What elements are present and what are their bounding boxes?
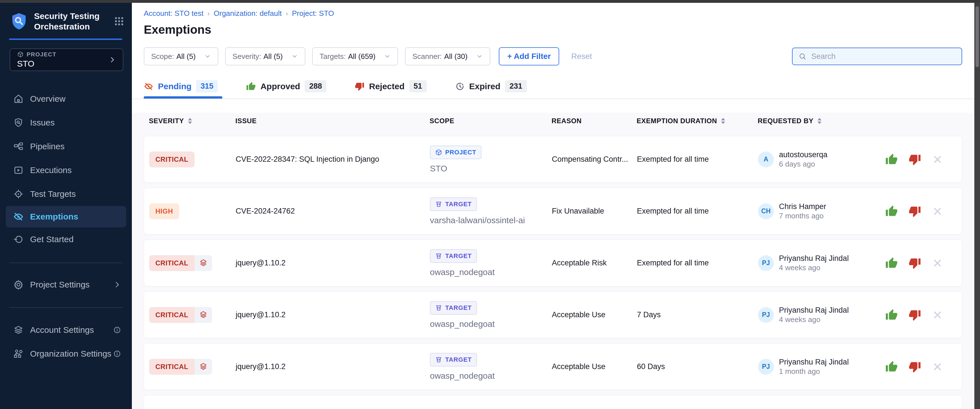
- table-row[interactable]: CRITICAL jquery@1.10.2: [144, 292, 962, 338]
- add-filter-button[interactable]: + Add Filter: [499, 47, 560, 65]
- sidebar-item-test-targets[interactable]: Test Targets: [0, 182, 132, 206]
- project-name: STO: [17, 59, 56, 68]
- row-actions: [881, 257, 957, 269]
- breadcrumb-project-link[interactable]: Project: STO: [292, 9, 334, 18]
- table-row[interactable]: CRITICAL CVE-2022-28347: SQL Injection i…: [144, 136, 962, 183]
- sidebar-item-exemptions[interactable]: Exemptions: [6, 206, 126, 227]
- scope-cell: TARGET owasp_nodegoat: [430, 249, 552, 277]
- info-icon[interactable]: [113, 350, 121, 358]
- sidebar-item-account-settings[interactable]: Account Settings: [0, 318, 132, 342]
- approve-button[interactable]: [885, 309, 898, 321]
- search-box[interactable]: [792, 48, 962, 65]
- tab-rejected[interactable]: Rejected 51: [355, 80, 431, 98]
- close-icon: [932, 257, 943, 269]
- approve-button[interactable]: [885, 153, 898, 166]
- scope-cell: TARGET varsha-lalwani/ossintel-ai: [430, 197, 552, 225]
- reject-button[interactable]: [908, 309, 921, 321]
- reason-cell: Acceptable Use: [552, 311, 637, 319]
- sidebar-item-project-settings[interactable]: Project Settings: [0, 273, 132, 296]
- sidebar-item-overview[interactable]: Overview: [0, 87, 132, 111]
- severity-badge: CRITICAL: [149, 307, 212, 323]
- reject-button[interactable]: [908, 153, 921, 166]
- close-icon: [932, 154, 943, 165]
- duration-cell: Exempted for all time: [637, 258, 758, 267]
- reset-filters-button[interactable]: Reset: [571, 52, 592, 61]
- scrollbar-thumb[interactable]: [975, 6, 979, 67]
- thumb-up-icon: [885, 309, 898, 321]
- row-actions: [881, 361, 957, 373]
- requested-by-cell: PJ Priyanshu Raj Jindal 4 weeks ago: [758, 254, 881, 273]
- pipelines-icon: [13, 141, 24, 152]
- app-switcher-grid-icon[interactable]: [114, 16, 124, 27]
- table-row[interactable]: HIGH CVE-2024-24762: [144, 188, 962, 235]
- page-title: Exemptions: [144, 23, 962, 36]
- scope-type-badge: TARGET: [430, 197, 477, 211]
- home-icon: [13, 94, 24, 104]
- tab-pending[interactable]: Pending 315: [144, 80, 222, 98]
- chevron-down-icon: [204, 53, 211, 60]
- tab-expired[interactable]: Expired 231: [455, 80, 531, 98]
- cancel-button[interactable]: [932, 309, 943, 321]
- approve-button[interactable]: [885, 361, 898, 373]
- reject-button[interactable]: [908, 361, 921, 373]
- column-header-exemption-duration[interactable]: EXEMPTION DURATION: [636, 117, 758, 125]
- get-started-icon: [13, 234, 24, 245]
- close-icon: [932, 309, 943, 321]
- sidebar-item-executions[interactable]: Executions: [0, 159, 132, 182]
- breadcrumb-account-link[interactable]: Account: STO test: [144, 9, 204, 18]
- sort-icon: [721, 118, 725, 124]
- issue-cell: CVE-2024-24762: [235, 207, 430, 216]
- cancel-button[interactable]: [932, 206, 943, 217]
- thumb-down-icon: [355, 82, 364, 91]
- scope-filter-dropdown[interactable]: Scope: All (5): [144, 47, 218, 65]
- sidebar-item-get-started[interactable]: Get Started: [0, 227, 132, 251]
- clock-icon: [455, 82, 465, 91]
- next-row-partial: [144, 395, 962, 409]
- org-hierarchy-gear-icon: [13, 349, 24, 359]
- info-icon[interactable]: [113, 326, 121, 334]
- target-container-icon: [435, 356, 442, 363]
- sto-shield-logo-icon: [10, 12, 29, 30]
- search-input[interactable]: [811, 52, 956, 61]
- reason-cell: Acceptable Risk: [552, 258, 637, 267]
- table-header-row: SEVERITY ISSUE SCOPE REASON EXEMPTION DU…: [144, 113, 962, 129]
- vertical-scrollbar[interactable]: [974, 3, 980, 409]
- chevron-separator: ›: [286, 10, 288, 17]
- column-header-requested-by[interactable]: REQUESTED BY: [758, 117, 880, 125]
- breadcrumb-organization-link[interactable]: Organization: default: [214, 9, 282, 18]
- issue-cell: jquery@1.10.2: [235, 311, 430, 319]
- target-container-icon: [435, 201, 442, 208]
- tab-approved[interactable]: Approved 288: [246, 80, 331, 98]
- scope-cell: TARGET owasp_nodegoat: [430, 301, 552, 329]
- cancel-button[interactable]: [932, 257, 943, 269]
- approve-button[interactable]: [885, 205, 898, 217]
- scanner-filter-dropdown[interactable]: Scanner: All (30): [405, 47, 490, 65]
- status-tabs: Pending 315 Approved 288 Rejected 51: [144, 80, 962, 98]
- duration-cell: Exempted for all time: [637, 155, 758, 164]
- cancel-button[interactable]: [932, 154, 943, 165]
- reject-button[interactable]: [908, 257, 921, 269]
- reject-button[interactable]: [908, 205, 921, 217]
- reason-cell: Fix Unavailable: [552, 207, 637, 216]
- sidebar-item-issues[interactable]: Issues: [0, 111, 132, 135]
- sidebar-item-pipelines[interactable]: Pipelines: [0, 135, 132, 159]
- severity-filter-dropdown[interactable]: Severity: All (5): [225, 47, 305, 65]
- table-row[interactable]: CRITICAL jquery@1.10.2: [144, 239, 962, 286]
- cancel-button[interactable]: [932, 361, 943, 373]
- target-crosshair-icon: [13, 189, 24, 200]
- scope-name: owasp_nodegoat: [430, 319, 495, 329]
- requested-by-cell: PJ Priyanshu Raj Jindal 1 month ago: [758, 357, 881, 376]
- target-container-icon: [435, 304, 442, 312]
- sidebar-item-organization-settings[interactable]: Organization Settings: [0, 342, 132, 366]
- issue-cell: jquery@1.10.2: [235, 258, 430, 267]
- targets-filter-dropdown[interactable]: Targets: All (659): [312, 47, 398, 65]
- search-icon: [798, 52, 807, 60]
- requester-name: Priyanshu Raj Jindal: [779, 305, 849, 315]
- table-row[interactable]: CRITICAL jquery@1.10.2: [144, 343, 962, 390]
- approve-button[interactable]: [885, 257, 898, 269]
- requested-time: 6 days ago: [779, 160, 827, 169]
- project-selector[interactable]: PROJECT STO: [10, 48, 123, 71]
- severity-cell: CRITICAL: [149, 255, 235, 271]
- severity-badge: CRITICAL: [149, 359, 212, 375]
- column-header-severity[interactable]: SEVERITY: [149, 117, 235, 125]
